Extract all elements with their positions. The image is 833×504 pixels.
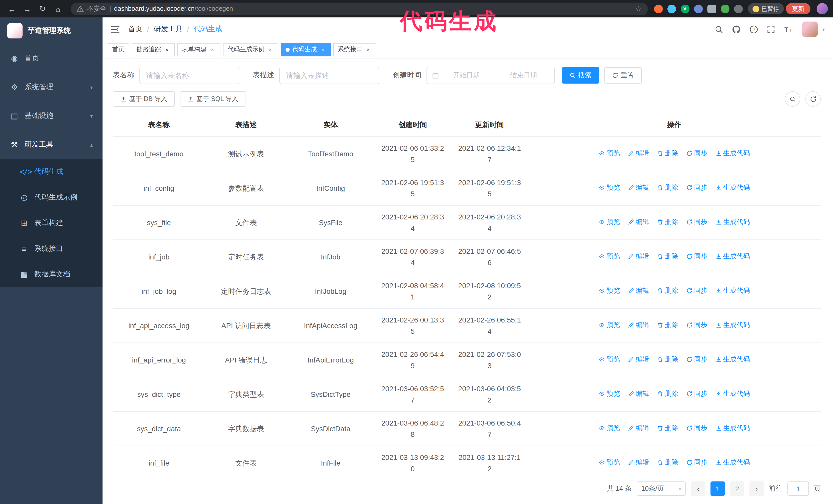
generate-code-link[interactable]: 生成代码 bbox=[716, 457, 750, 468]
delete-link[interactable]: 删除 bbox=[657, 148, 678, 159]
generate-code-link[interactable]: 生成代码 bbox=[716, 216, 750, 227]
extension-icon-5[interactable] bbox=[707, 4, 716, 13]
delete-link[interactable]: 删除 bbox=[657, 251, 678, 262]
import-db-button[interactable]: 基于 DB 导入 bbox=[113, 91, 175, 106]
edit-link[interactable]: 编辑 bbox=[628, 251, 649, 262]
back-icon[interactable]: ← bbox=[5, 2, 19, 16]
edit-link[interactable]: 编辑 bbox=[628, 319, 649, 331]
sidebar-item-home[interactable]: ◉ 首页 bbox=[0, 44, 102, 73]
font-size-icon[interactable]: TT bbox=[784, 25, 793, 33]
preview-link[interactable]: 预览 bbox=[599, 388, 620, 400]
preview-link[interactable]: 预览 bbox=[599, 285, 620, 296]
edit-link[interactable]: 编辑 bbox=[628, 457, 649, 468]
preview-link[interactable]: 预览 bbox=[599, 423, 620, 434]
preview-link[interactable]: 预览 bbox=[599, 148, 620, 159]
table-desc-input[interactable] bbox=[279, 67, 379, 84]
user-avatar[interactable] bbox=[802, 22, 818, 37]
edit-link[interactable]: 编辑 bbox=[628, 354, 649, 365]
tab-codegen-demo[interactable]: 代码生成示例 × bbox=[223, 43, 278, 56]
fullscreen-icon[interactable] bbox=[767, 25, 775, 33]
close-icon[interactable]: × bbox=[319, 46, 326, 52]
generate-code-link[interactable]: 生成代码 bbox=[716, 251, 750, 262]
delete-link[interactable]: 删除 bbox=[657, 388, 678, 400]
delete-link[interactable]: 删除 bbox=[657, 457, 678, 468]
edit-link[interactable]: 编辑 bbox=[628, 388, 649, 400]
sidebar-item-codegen-demo[interactable]: ◎ 代码生成示例 bbox=[0, 185, 102, 210]
create-time-range-picker[interactable]: 开始日期 - 结束日期 bbox=[427, 67, 555, 84]
breadcrumb-devtools[interactable]: 研发工具 bbox=[154, 25, 183, 34]
generate-code-link[interactable]: 生成代码 bbox=[716, 182, 750, 193]
delete-link[interactable]: 删除 bbox=[657, 182, 678, 193]
sidebar-item-devtools[interactable]: ⚒ 研发工具 ▴ bbox=[0, 130, 102, 159]
tab-trace[interactable]: 链路追踪 × bbox=[132, 43, 175, 56]
sync-link[interactable]: 同步 bbox=[686, 354, 708, 365]
paused-badge[interactable]: 已暂停 bbox=[748, 3, 784, 14]
extensions-puzzle-icon[interactable] bbox=[734, 4, 742, 13]
close-icon[interactable]: × bbox=[164, 46, 170, 52]
help-icon[interactable]: ? bbox=[749, 25, 758, 33]
import-sql-button[interactable]: 基于 SQL 导入 bbox=[180, 91, 246, 106]
tab-codegen[interactable]: 代码生成 × bbox=[281, 43, 331, 56]
sync-link[interactable]: 同步 bbox=[686, 319, 708, 331]
generate-code-link[interactable]: 生成代码 bbox=[716, 148, 750, 159]
app-logo[interactable]: 芋道管理系统 bbox=[0, 18, 102, 44]
search-icon[interactable] bbox=[715, 25, 723, 33]
sync-link[interactable]: 同步 bbox=[686, 285, 708, 296]
reset-button[interactable]: 重置 bbox=[604, 67, 642, 83]
delete-link[interactable]: 删除 bbox=[657, 285, 678, 296]
forward-icon[interactable]: → bbox=[21, 2, 34, 16]
close-icon[interactable]: × bbox=[365, 46, 372, 52]
close-icon[interactable]: × bbox=[267, 46, 274, 52]
vue-devtools-extension-icon[interactable]: V bbox=[681, 4, 689, 13]
sidebar-item-db-docs[interactable]: ▦ 数据库文档 bbox=[0, 262, 102, 287]
sidebar-toggle-icon[interactable] bbox=[111, 25, 120, 33]
prev-page-button[interactable]: ‹ bbox=[691, 481, 705, 496]
bookmark-star-icon[interactable]: ☆ bbox=[635, 5, 642, 13]
goto-page-input[interactable] bbox=[787, 481, 809, 496]
generate-code-link[interactable]: 生成代码 bbox=[716, 354, 750, 365]
page-button-1[interactable]: 1 bbox=[711, 481, 725, 496]
sync-link[interactable]: 同步 bbox=[686, 388, 708, 400]
edit-link[interactable]: 编辑 bbox=[628, 216, 649, 227]
extension-icon-6[interactable] bbox=[720, 4, 729, 13]
delete-link[interactable]: 删除 bbox=[657, 216, 678, 227]
edit-link[interactable]: 编辑 bbox=[628, 285, 649, 296]
github-icon[interactable] bbox=[732, 25, 741, 33]
sync-link[interactable]: 同步 bbox=[686, 457, 708, 468]
delete-link[interactable]: 删除 bbox=[657, 319, 678, 331]
reload-icon[interactable]: ↻ bbox=[36, 2, 49, 16]
tab-form-builder[interactable]: 表单构建 × bbox=[177, 43, 220, 56]
preview-link[interactable]: 预览 bbox=[599, 354, 620, 365]
generate-code-link[interactable]: 生成代码 bbox=[716, 423, 750, 434]
preview-link[interactable]: 预览 bbox=[599, 457, 620, 468]
sync-link[interactable]: 同步 bbox=[686, 423, 708, 434]
edit-link[interactable]: 编辑 bbox=[628, 148, 649, 159]
breadcrumb-home[interactable]: 首页 bbox=[128, 25, 143, 34]
toggle-search-icon[interactable] bbox=[785, 91, 800, 106]
sidebar-item-system-api[interactable]: ≡ 系统接口 bbox=[0, 236, 102, 262]
sync-link[interactable]: 同步 bbox=[686, 251, 708, 262]
table-name-input[interactable] bbox=[139, 67, 239, 84]
sidebar-item-form-builder[interactable]: ⊞ 表单构建 bbox=[0, 210, 102, 236]
preview-link[interactable]: 预览 bbox=[599, 182, 620, 193]
extension-icon-4[interactable] bbox=[694, 4, 703, 13]
edit-link[interactable]: 编辑 bbox=[628, 423, 649, 434]
sidebar-item-system[interactable]: ⚙ 系统管理 ▾ bbox=[0, 73, 102, 101]
next-page-button[interactable]: › bbox=[749, 481, 764, 496]
chevron-down-icon[interactable]: ▾ bbox=[822, 26, 825, 32]
preview-link[interactable]: 预览 bbox=[599, 251, 620, 262]
page-size-select[interactable]: 10条/页 ▾ bbox=[637, 481, 686, 496]
home-icon[interactable]: ⌂ bbox=[51, 2, 65, 16]
preview-link[interactable]: 预览 bbox=[599, 216, 620, 227]
generate-code-link[interactable]: 生成代码 bbox=[716, 388, 750, 400]
tab-system-api[interactable]: 系统接口 × bbox=[333, 43, 376, 56]
sidebar-item-codegen[interactable]: </> 代码生成 bbox=[0, 159, 102, 185]
sync-link[interactable]: 同步 bbox=[686, 148, 708, 159]
close-icon[interactable]: × bbox=[209, 46, 216, 52]
refresh-table-icon[interactable] bbox=[805, 91, 821, 106]
extension-icon-2[interactable] bbox=[667, 4, 676, 13]
sync-link[interactable]: 同步 bbox=[686, 182, 708, 193]
generate-code-link[interactable]: 生成代码 bbox=[716, 319, 750, 331]
update-button[interactable]: 更新 bbox=[786, 3, 810, 14]
browser-profile-avatar[interactable] bbox=[816, 3, 828, 14]
